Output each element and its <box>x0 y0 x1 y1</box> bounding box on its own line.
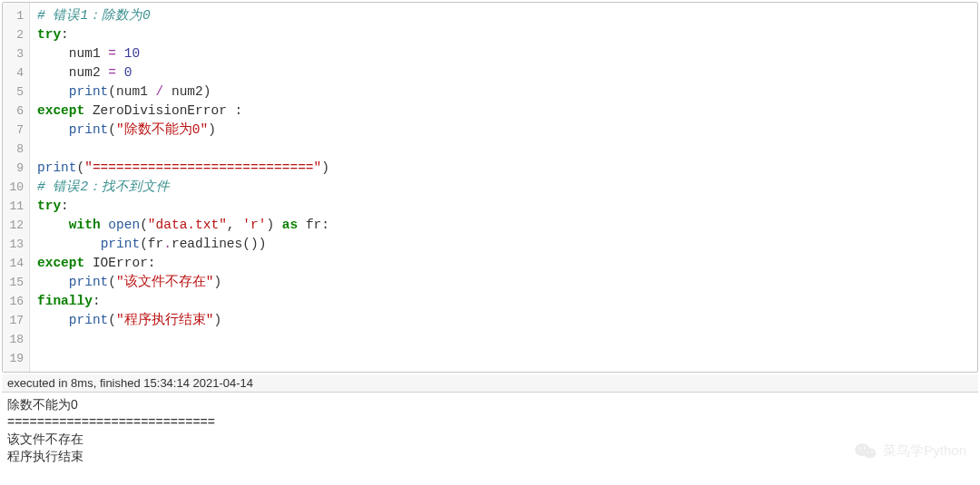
builtin-token: print <box>37 160 77 175</box>
line-number: 19 <box>6 349 24 368</box>
code-line: num1 = 10 <box>37 44 970 63</box>
punct-token: ( <box>140 218 148 232</box>
name-token: fr <box>148 237 163 251</box>
line-number: 2 <box>6 25 24 44</box>
keyword-token: except <box>37 103 84 118</box>
name-token: num2 <box>172 84 203 99</box>
code-line: try: <box>37 25 970 44</box>
string-token: 'r' <box>242 218 266 232</box>
code-line: finally: <box>37 292 970 311</box>
code-line <box>37 349 970 368</box>
output-area: 除数不能为0 ============================ 该文件不… <box>2 393 978 469</box>
line-number: 1 <box>6 6 24 25</box>
code-line: with open("data.txt", 'r') as fr: <box>37 216 970 235</box>
punct-token: ) <box>321 160 329 175</box>
output-line: 程序执行结束 <box>7 448 973 465</box>
line-number-gutter: 1 2 3 4 5 6 7 8 9 10 11 12 13 14 15 16 1… <box>3 3 30 372</box>
keyword-token: with <box>69 218 101 232</box>
watermark-text: 菜鸟学Python <box>883 442 966 460</box>
code-line <box>37 330 970 349</box>
keyword-token: try <box>37 199 61 213</box>
builtin-token: print <box>69 122 109 137</box>
string-token: "data.txt" <box>148 218 227 232</box>
keyword-token: try <box>37 27 61 42</box>
code-line: # 错误1：除数为0 <box>37 6 970 25</box>
punct-token: : <box>321 218 329 232</box>
line-number: 4 <box>6 63 24 82</box>
number-token: 0 <box>124 65 132 80</box>
comment-token: # 错误2：找不到文件 <box>37 179 170 194</box>
line-number: 15 <box>6 273 24 292</box>
op-token: . <box>163 237 172 251</box>
punct-token: ()) <box>242 237 266 251</box>
punct-token: ) <box>266 218 274 232</box>
execution-status: executed in 8ms, finished 15:34:14 2021-… <box>2 374 978 393</box>
code-line: print("============================") <box>37 159 970 178</box>
op-token: = <box>101 65 124 80</box>
string-token: "程序执行结束" <box>116 313 213 327</box>
builtin-token: print <box>69 84 109 99</box>
punct-token: : <box>61 199 69 213</box>
string-token: "该文件不存在" <box>116 275 213 289</box>
name-token: fr <box>306 218 321 232</box>
line-number: 7 <box>6 121 24 140</box>
svg-point-2 <box>859 447 861 449</box>
code-line: print(fr.readlines()) <box>37 235 970 254</box>
punct-token: , <box>227 218 242 232</box>
line-number: 10 <box>6 178 24 197</box>
op-token: = <box>101 46 124 61</box>
svg-point-4 <box>867 451 869 452</box>
output-line: 该文件不存在 <box>7 431 973 448</box>
punct-token: ( <box>77 160 85 175</box>
code-line: num2 = 0 <box>37 63 970 82</box>
name-token: num1 <box>116 84 148 99</box>
name-token: ZeroDivisionError <box>84 103 234 118</box>
svg-point-3 <box>864 447 866 449</box>
code-line: print(num1 / num2) <box>37 82 970 102</box>
line-number: 13 <box>6 235 24 254</box>
code-line: print("该文件不存在") <box>37 273 970 292</box>
punct-token: ( <box>108 84 116 99</box>
name-token: num1 <box>69 46 101 61</box>
code-line <box>37 140 970 159</box>
line-number: 6 <box>6 102 24 121</box>
string-token: "除数不能为0" <box>116 122 208 137</box>
line-number: 11 <box>6 197 24 216</box>
op-token: / <box>148 84 172 99</box>
output-line: ============================ <box>7 413 973 431</box>
punct-token: : <box>93 294 101 308</box>
code-editor[interactable]: # 错误1：除数为0 try: num1 = 10 num2 = 0 print… <box>30 3 977 372</box>
line-number: 18 <box>6 330 24 349</box>
punct-token: : <box>235 103 243 118</box>
code-line: try: <box>37 197 970 216</box>
line-number: 17 <box>6 311 24 330</box>
keyword-token: finally <box>37 294 93 308</box>
string-token: "============================" <box>84 160 321 175</box>
line-number: 16 <box>6 292 24 311</box>
number-token: 10 <box>124 46 140 61</box>
svg-point-1 <box>864 448 877 458</box>
punct-token: ( <box>108 275 116 289</box>
punct-token: ) <box>213 275 221 289</box>
punct-token: ( <box>108 122 116 137</box>
name-token: readlines <box>172 237 242 251</box>
code-line: print("程序执行结束") <box>37 311 970 330</box>
punct-token: ( <box>140 237 148 251</box>
line-number: 5 <box>6 82 24 102</box>
punct-token: : <box>148 256 156 270</box>
keyword-token: as <box>274 218 306 232</box>
line-number: 14 <box>6 254 24 273</box>
code-cell: 1 2 3 4 5 6 7 8 9 10 11 12 13 14 15 16 1… <box>2 2 978 373</box>
builtin-token: print <box>101 237 141 251</box>
punct-token: ) <box>203 84 211 99</box>
name-token: IOError <box>84 256 148 270</box>
code-line: except IOError: <box>37 254 970 273</box>
comment-token: # 错误1：除数为0 <box>37 8 151 23</box>
code-line: # 错误2：找不到文件 <box>37 178 970 197</box>
punct-token: ( <box>108 313 116 327</box>
line-number: 12 <box>6 216 24 235</box>
builtin-token: open <box>101 218 141 232</box>
code-line: print("除数不能为0") <box>37 121 970 140</box>
code-line: except ZeroDivisionError : <box>37 102 970 121</box>
line-number: 8 <box>6 140 24 159</box>
